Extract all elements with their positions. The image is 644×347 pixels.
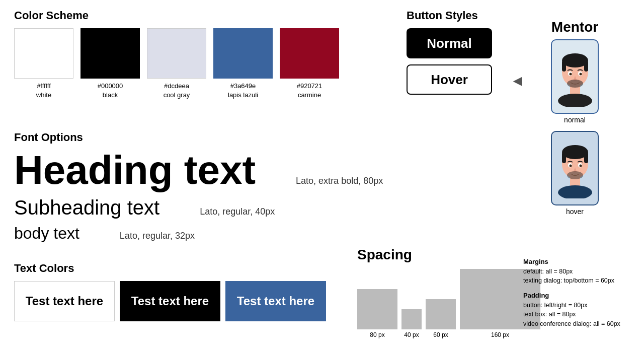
heading-desc: Lato, extra bold, 80px (296, 176, 383, 186)
spacing-notes: Margins default: all = 80px texting dial… (523, 257, 620, 334)
padding-line-2: text box: all = 80px (523, 310, 620, 319)
svg-point-20 (579, 165, 582, 167)
subheading-row: Subheading text Lato, regular, 40px (14, 196, 383, 222)
svg-point-10 (567, 80, 583, 88)
mentor-hover-label: hover (551, 207, 599, 216)
svg-rect-4 (562, 60, 566, 72)
margins-line-1: default: all = 80px (523, 267, 620, 276)
swatch-carmine: #920721carmine (280, 28, 339, 100)
mentor-card-hover (551, 131, 599, 205)
text-color-boxes: Test text here Test text here Test text … (14, 281, 326, 321)
swatch-box-carmine (280, 28, 339, 79)
spacing-box-60: 60 px (426, 299, 456, 338)
margins-line-2: texting dialog: top/bottom = 60px (523, 276, 620, 286)
mentor-card-normal (551, 39, 599, 114)
heading-text: Heading text (14, 150, 256, 190)
text-box-black: Test text here (120, 281, 220, 321)
body-desc: Lato, regular, 32px (120, 231, 195, 241)
color-scheme-section: Color Scheme #ffffffwhite #000000black #… (14, 9, 339, 100)
mentor-avatar-normal (555, 46, 595, 107)
sp-box-40 (401, 309, 422, 329)
spacing-section: Spacing 80 px 40 px 60 px 160 px (357, 247, 540, 338)
padding-line-3: video conference dialog: all = 60px (523, 319, 620, 329)
spacing-title: Spacing (357, 247, 540, 263)
swatch-label-carmine: #920721carmine (297, 82, 323, 100)
swatch-box-coolgray (147, 28, 206, 79)
sp-box-80 (357, 289, 397, 329)
mentor-avatar-hover (555, 138, 595, 198)
text-colors-title: Text Colors (14, 262, 326, 275)
svg-point-12 (558, 185, 592, 198)
padding-heading: Padding (523, 291, 620, 301)
swatch-label-coolgray: #dcdeeacool gray (164, 82, 190, 100)
font-options-section: Font Options Heading text Lato, extra bo… (14, 131, 383, 245)
svg-point-19 (569, 165, 572, 167)
mentor-normal-label: normal (551, 116, 599, 124)
normal-button[interactable]: Normal (407, 28, 492, 58)
svg-point-8 (569, 73, 572, 76)
text-colors-section: Text Colors Test text here Test text her… (14, 262, 326, 321)
body-row: body text Lato, regular, 32px (14, 224, 383, 243)
color-swatches: #ffffffwhite #000000black #dcdeeacool gr… (14, 28, 339, 100)
swatch-box-lapislazuli (213, 28, 273, 79)
sp-label-60: 60 px (433, 331, 448, 338)
text-box-blue: Test text here (225, 281, 326, 321)
swatch-coolgray: #dcdeeacool gray (147, 28, 206, 100)
swatch-label-lapislazuli: #3a649elapis lazuli (228, 82, 258, 100)
spacing-box-80: 80 px (357, 289, 397, 338)
swatch-box-black (80, 28, 140, 79)
sp-label-40: 40 px (404, 331, 419, 338)
swatch-black: #000000black (80, 28, 140, 100)
spacing-boxes: 80 px 40 px 60 px 160 px (357, 269, 540, 338)
subheading-desc: Lato, regular, 40px (200, 206, 275, 217)
svg-point-9 (579, 73, 582, 76)
sp-label-80: 80 px (370, 331, 384, 338)
svg-rect-5 (584, 60, 588, 72)
swatch-label-white: #ffffffwhite (36, 82, 51, 100)
cursor-arrow-icon: ▶ (513, 74, 522, 88)
button-styles-section: Button Styles Normal Hover (407, 9, 492, 95)
spacing-box-40: 40 px (401, 309, 422, 338)
subheading-text: Subheading text (14, 196, 159, 219)
swatch-lapislazuli: #3a649elapis lazuli (213, 28, 273, 100)
heading-row: Heading text Lato, extra bold, 80px (14, 150, 383, 194)
swatch-label-black: #000000black (98, 82, 123, 100)
margins-note: Margins default: all = 80px texting dial… (523, 257, 620, 286)
color-scheme-title: Color Scheme (14, 9, 339, 22)
svg-point-1 (558, 94, 592, 107)
hover-button[interactable]: Hover (407, 64, 492, 95)
mentor-title: Mentor (551, 19, 599, 35)
swatch-white: #ffffffwhite (14, 28, 73, 100)
mentor-section: Mentor (551, 19, 599, 221)
text-box-white: Test text here (14, 281, 115, 321)
svg-rect-15 (562, 152, 566, 163)
margins-heading: Margins (523, 257, 620, 267)
svg-rect-16 (584, 152, 588, 163)
svg-point-21 (567, 171, 583, 179)
body-text: body text (14, 224, 79, 243)
swatch-box-white (14, 28, 73, 79)
button-styles-title: Button Styles (407, 9, 492, 22)
sp-label-160: 160 px (491, 331, 509, 338)
sp-box-60 (426, 299, 456, 329)
font-options-title: Font Options (14, 131, 383, 144)
padding-note: Padding button: left/right = 80px text b… (523, 291, 620, 329)
padding-line-1: button: left/right = 80px (523, 301, 620, 310)
